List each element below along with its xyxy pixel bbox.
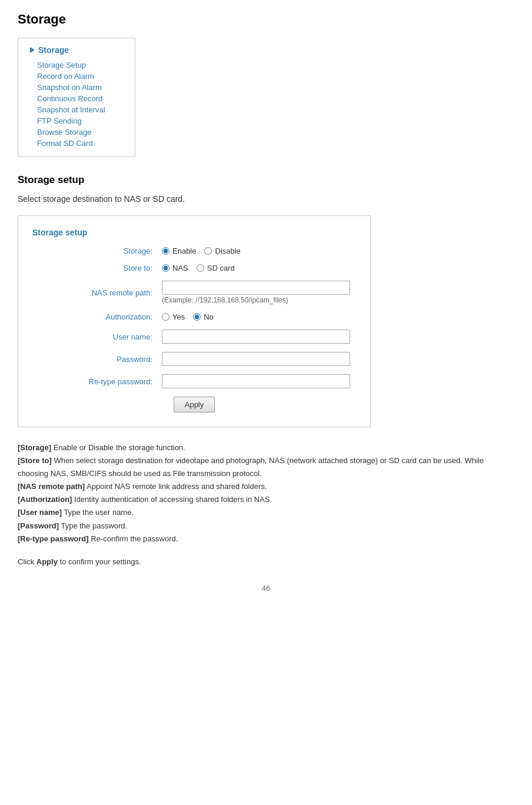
store-to-row: Store to: NAS SD card — [32, 264, 356, 272]
store-sd-label: SD card — [207, 264, 235, 272]
sidebar-item-continuous-record[interactable]: Continuous Record — [37, 93, 123, 104]
section-title: Storage setup — [18, 174, 514, 186]
username-desc-label: [User name] — [18, 508, 62, 517]
apply-row: Apply — [32, 397, 356, 413]
storage-setup-form: Storage setup Storage: Enable Disable St… — [18, 215, 371, 427]
nas-path-row: NAS remote path: (Example: //192.168.168… — [32, 281, 356, 304]
password-label: Password: — [32, 355, 162, 364]
sidebar-item-snapshot-at-interval[interactable]: Snapshot at Interval — [37, 104, 123, 115]
nas-desc-text: Appoint NAS remote link address and shar… — [85, 482, 267, 491]
auth-desc-text: Identity authentication of accessing sha… — [72, 495, 272, 504]
auth-no-label: No — [204, 312, 214, 321]
store-sd-option[interactable]: SD card — [197, 264, 235, 272]
sidebar-item-record-on-alarm[interactable]: Record on Alarm — [37, 71, 123, 82]
click-apply-suffix: to confirm your settings. — [58, 557, 141, 566]
store-sd-radio[interactable] — [197, 264, 204, 272]
nas-path-input[interactable] — [162, 281, 350, 295]
nas-path-control: (Example: //192.168.168.50/ipcam_files) — [162, 281, 356, 304]
sidebar-item-storage-setup[interactable]: Storage Setup — [37, 59, 123, 71]
retype-password-input[interactable] — [162, 374, 350, 388]
username-label: User name: — [32, 332, 162, 341]
nas-path-group: (Example: //192.168.168.50/ipcam_files) — [162, 281, 350, 304]
username-input[interactable] — [162, 330, 350, 344]
retype-password-label: Re-type password: — [32, 377, 162, 386]
menu-title-label: Storage — [38, 45, 69, 55]
store-nas-radio[interactable] — [162, 264, 169, 272]
storage-enable-label: Enable — [172, 247, 196, 255]
storage-label: Storage: — [32, 247, 162, 255]
sidebar-item-format-sd-card[interactable]: Format SD Card — [37, 138, 123, 149]
password-input[interactable] — [162, 352, 350, 366]
page-number: 46 — [18, 584, 514, 593]
store-to-desc-label: [Store to] — [18, 456, 52, 465]
description-block: [Storage] Enable or Disable the storage … — [18, 441, 514, 545]
auth-no-radio[interactable] — [193, 313, 201, 321]
authorization-label: Authorization: — [32, 312, 162, 321]
storage-control: Enable Disable — [162, 247, 356, 255]
click-apply-prefix: Click — [18, 557, 36, 566]
sidebar-item-browse-storage[interactable]: Browse Storage — [37, 127, 123, 138]
store-nas-option[interactable]: NAS — [162, 264, 188, 272]
store-to-desc-text: When select storage destination for vide… — [18, 456, 484, 478]
storage-enable-option[interactable]: Enable — [162, 247, 196, 255]
sidebar-menu: Storage Storage Setup Record on Alarm Sn… — [18, 38, 135, 157]
password-row: Password: — [32, 352, 356, 366]
username-row: User name: — [32, 330, 356, 344]
store-to-control: NAS SD card — [162, 264, 356, 272]
nas-desc-label: [NAS remote path] — [18, 482, 85, 491]
form-title: Storage setup — [32, 228, 356, 237]
click-apply-bold: Apply — [36, 557, 58, 566]
page-title: Storage — [18, 12, 514, 27]
storage-desc-label: [Storage] — [18, 443, 51, 452]
auth-desc-label: [Authorization] — [18, 495, 72, 504]
triangle-icon — [30, 47, 35, 53]
storage-row: Storage: Enable Disable — [32, 247, 356, 255]
authorization-control: Yes No — [162, 312, 356, 321]
username-control — [162, 330, 356, 344]
storage-disable-option[interactable]: Disable — [204, 247, 240, 255]
auth-yes-label: Yes — [172, 312, 185, 321]
retype-password-control — [162, 374, 356, 388]
storage-desc-text: Enable or Disable the storage function. — [51, 443, 185, 452]
nas-path-example: (Example: //192.168.168.50/ipcam_files) — [162, 296, 350, 304]
username-desc-text: Type the user name. — [62, 508, 134, 517]
sidebar-item-snapshot-on-alarm[interactable]: Snapshot on Alarm — [37, 82, 123, 93]
store-nas-label: NAS — [172, 264, 188, 272]
password-desc-label: [Password] — [18, 521, 59, 530]
menu-title: Storage — [30, 45, 123, 55]
menu-list: Storage Setup Record on Alarm Snapshot o… — [30, 59, 123, 149]
sidebar-item-ftp-sending[interactable]: FTP Sending — [37, 115, 123, 127]
auth-yes-option[interactable]: Yes — [162, 312, 185, 321]
retype-desc-text: Re-confirm the password. — [89, 534, 178, 543]
storage-enable-radio[interactable] — [162, 247, 169, 255]
password-control — [162, 352, 356, 366]
retype-password-row: Re-type password: — [32, 374, 356, 388]
nas-path-label: NAS remote path: — [32, 288, 162, 297]
store-to-label: Store to: — [32, 264, 162, 272]
apply-button[interactable]: Apply — [174, 397, 215, 413]
auth-yes-radio[interactable] — [162, 313, 169, 321]
storage-disable-radio[interactable] — [204, 247, 212, 255]
auth-no-option[interactable]: No — [193, 312, 214, 321]
intro-text: Select storage destination to NAS or SD … — [18, 194, 514, 204]
retype-desc-label: [Re-type password] — [18, 534, 89, 543]
click-apply-text: Click Apply to confirm your settings. — [18, 557, 514, 566]
password-desc-text: Type the password. — [59, 521, 127, 530]
authorization-row: Authorization: Yes No — [32, 312, 356, 321]
storage-disable-label: Disable — [215, 247, 240, 255]
